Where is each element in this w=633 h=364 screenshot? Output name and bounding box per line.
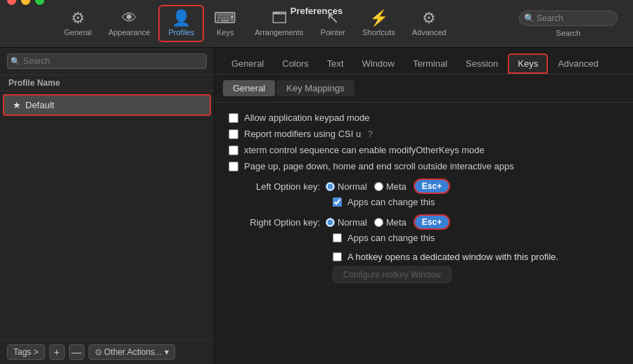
checkbox-xterm: xterm control sequence can enable modify… bbox=[229, 145, 619, 155]
toolbar-label-appearance: Appearance bbox=[108, 28, 150, 37]
tab-text[interactable]: Text bbox=[319, 55, 352, 72]
left-option-esc-button[interactable]: Esc+ bbox=[414, 178, 450, 194]
right-option-radio-group: Normal Meta Esc+ bbox=[326, 214, 450, 230]
profile-item-default[interactable]: ★ Default bbox=[3, 94, 211, 116]
other-actions-button[interactable]: ⊙ Other Actions... ▾ bbox=[89, 344, 175, 360]
checkbox-report-modifiers: Report modifiers using CSI u ? bbox=[229, 129, 619, 139]
tab-terminal[interactable]: Terminal bbox=[404, 55, 456, 72]
checkbox-report-modifiers-input[interactable] bbox=[229, 129, 238, 139]
toolbar-item-advanced[interactable]: ⚙ Advanced bbox=[404, 6, 455, 41]
right-option-row: Right Option key: Normal Meta Esc+ bbox=[229, 214, 619, 230]
right-option-meta-radio[interactable] bbox=[374, 218, 383, 227]
right-option-label: Right Option key: bbox=[229, 217, 320, 228]
appearance-icon: 👁 bbox=[122, 11, 137, 26]
toolbar-item-profiles[interactable]: 👤 Profiles bbox=[158, 5, 204, 42]
toolbar-label-general: General bbox=[64, 28, 91, 37]
subtab-keymappings[interactable]: Key Mappings bbox=[276, 80, 354, 96]
tags-button[interactable]: Tags > bbox=[7, 344, 45, 360]
sidebar-search-icon: 🔍 bbox=[11, 57, 20, 66]
left-option-apps-can-change-checkbox[interactable] bbox=[333, 197, 342, 207]
checkbox-xterm-label: xterm control sequence can enable modify… bbox=[244, 145, 485, 155]
toolbar-search-icon: 🔍 bbox=[524, 13, 535, 23]
left-option-meta-radio[interactable] bbox=[374, 182, 383, 191]
profile-name-default: Default bbox=[25, 100, 54, 110]
right-option-apps-can-change-row: Apps can change this bbox=[333, 233, 619, 243]
default-star-icon: ★ bbox=[13, 100, 21, 110]
main-area: 🔍 Profile Name ★ Default Tags > + — ⊙ Ot… bbox=[0, 48, 633, 364]
profiles-icon: 👤 bbox=[172, 11, 191, 26]
checkbox-page-scroll-input[interactable] bbox=[229, 162, 238, 171]
sidebar-search-area: 🔍 bbox=[0, 48, 214, 75]
hotkey-label: A hotkey opens a dedicated window with t… bbox=[347, 252, 558, 262]
toolbar-label-pointer: Pointer bbox=[321, 28, 345, 37]
toolbar-label-shortcuts: Shortcuts bbox=[362, 28, 395, 37]
other-actions-chevron: ▾ bbox=[165, 347, 169, 357]
titlebar: ⚙ General 👁 Appearance 👤 Profiles ⌨ Keys… bbox=[0, 0, 633, 48]
right-option-meta-label: Meta bbox=[374, 217, 407, 228]
hotkey-row: A hotkey opens a dedicated window with t… bbox=[229, 252, 619, 262]
left-option-normal-text: Normal bbox=[338, 181, 367, 192]
toolbar-item-appearance[interactable]: 👁 Appearance bbox=[100, 6, 158, 41]
window-title: Preferences bbox=[290, 6, 343, 16]
hotkey-checkbox[interactable] bbox=[333, 252, 342, 261]
right-option-normal-label: Normal bbox=[326, 217, 367, 228]
right-option-apps-can-change-label: Apps can change this bbox=[347, 233, 435, 243]
sidebar-search-input[interactable] bbox=[7, 53, 207, 69]
left-option-meta-text: Meta bbox=[386, 181, 407, 192]
right-option-esc-button[interactable]: Esc+ bbox=[414, 214, 450, 230]
left-option-apps-can-change-row: Apps can change this bbox=[333, 197, 619, 207]
tab-keys[interactable]: Keys bbox=[508, 53, 548, 74]
checkbox-allow-keypad-input[interactable] bbox=[229, 113, 238, 123]
keys-content: Allow application keypad mode Report mod… bbox=[215, 103, 633, 364]
configure-hotkey-button[interactable]: Configure Hotkey Window bbox=[333, 266, 452, 283]
minimize-button[interactable] bbox=[21, 0, 30, 5]
profile-list: ★ Default bbox=[0, 91, 214, 339]
tab-advanced[interactable]: Advanced bbox=[549, 55, 607, 72]
keys-subtab-bar: General Key Mappings bbox=[215, 74, 633, 103]
shortcuts-icon: ⚡ bbox=[369, 11, 388, 26]
right-option-normal-text: Normal bbox=[338, 217, 367, 228]
toolbar-label-advanced: Advanced bbox=[412, 28, 447, 37]
toolbar-search-area: 🔍 Search bbox=[511, 6, 626, 41]
right-panel: General Colors Text Window Terminal Sess… bbox=[215, 48, 633, 364]
toolbar: ⚙ General 👁 Appearance 👤 Profiles ⌨ Keys… bbox=[56, 5, 511, 42]
checkbox-allow-keypad: Allow application keypad mode bbox=[229, 112, 619, 123]
checkbox-xterm-input[interactable] bbox=[229, 145, 238, 155]
toolbar-item-general[interactable]: ⚙ General bbox=[56, 6, 100, 41]
left-option-apps-can-change-label: Apps can change this bbox=[347, 197, 435, 207]
left-option-radio-group: Normal Meta Esc+ bbox=[326, 178, 450, 194]
sidebar-bottom: Tags > + — ⊙ Other Actions... ▾ bbox=[0, 339, 214, 364]
tab-session[interactable]: Session bbox=[457, 55, 506, 72]
right-option-apps-can-change-checkbox[interactable] bbox=[333, 233, 342, 242]
general-icon: ⚙ bbox=[71, 11, 85, 26]
toolbar-item-keys[interactable]: ⌨ Keys bbox=[204, 6, 246, 41]
left-option-meta-label: Meta bbox=[374, 181, 407, 192]
checkbox-report-modifiers-label: Report modifiers using CSI u bbox=[244, 129, 361, 139]
maximize-button[interactable] bbox=[35, 0, 44, 5]
tab-general[interactable]: General bbox=[223, 55, 272, 72]
profile-tab-bar: General Colors Text Window Terminal Sess… bbox=[215, 48, 633, 74]
arrangements-icon: 🗔 bbox=[271, 11, 287, 26]
checkbox-page-scroll-label: Page up, page down, home and end scroll … bbox=[244, 161, 514, 171]
sidebar-profile-header: Profile Name bbox=[0, 75, 214, 91]
left-option-normal-radio[interactable] bbox=[326, 182, 335, 191]
tab-colors[interactable]: Colors bbox=[274, 55, 317, 72]
toolbar-label-profiles: Profiles bbox=[168, 28, 194, 37]
keys-icon: ⌨ bbox=[214, 11, 236, 26]
right-option-normal-radio[interactable] bbox=[326, 218, 335, 227]
window-controls bbox=[7, 0, 44, 5]
tab-window[interactable]: Window bbox=[354, 55, 403, 72]
search-wrapper: 🔍 bbox=[519, 11, 618, 26]
remove-profile-button[interactable]: — bbox=[69, 344, 84, 360]
toolbar-search-label: Search bbox=[556, 29, 581, 37]
toolbar-item-shortcuts[interactable]: ⚡ Shortcuts bbox=[354, 6, 403, 41]
other-actions-label: ⊙ Other Actions... bbox=[95, 347, 162, 357]
subtab-general[interactable]: General bbox=[223, 80, 275, 96]
close-button[interactable] bbox=[7, 0, 16, 5]
toolbar-label-keys: Keys bbox=[217, 28, 234, 37]
info-icon: ? bbox=[368, 129, 373, 139]
left-option-row: Left Option key: Normal Meta Esc+ bbox=[229, 178, 619, 194]
sidebar: 🔍 Profile Name ★ Default Tags > + — ⊙ Ot… bbox=[0, 48, 215, 364]
add-profile-button[interactable]: + bbox=[49, 344, 65, 360]
toolbar-label-arrangements: Arrangements bbox=[255, 28, 303, 37]
